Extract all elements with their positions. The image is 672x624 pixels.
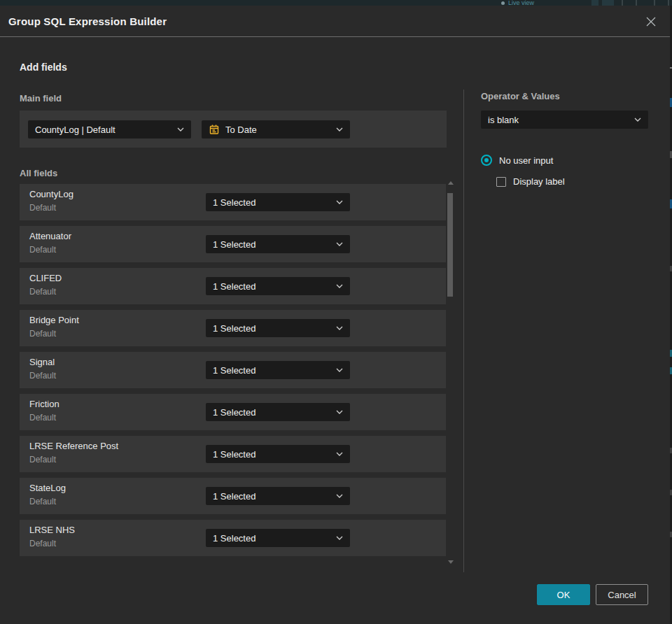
- field-name: Attenuator: [29, 231, 71, 241]
- field-selection-value: 1 Selected: [213, 449, 336, 460]
- field-selection-dropdown[interactable]: 1 Selected: [206, 361, 350, 379]
- chevron-down-icon: [177, 127, 184, 132]
- field-selection-value: 1 Selected: [213, 365, 336, 376]
- field-type-dropdown-value: To Date: [225, 125, 330, 135]
- fields-scrollbar[interactable]: [447, 178, 454, 567]
- radio-icon: [481, 155, 492, 166]
- field-sublabel: Default: [29, 539, 56, 548]
- main-field-dropdown-value: CountyLog | Default: [35, 125, 177, 135]
- field-name: LRSE NHS: [29, 525, 75, 535]
- close-icon[interactable]: [643, 13, 659, 30]
- all-fields-list: CountyLog Default 1 Selected Attenuator …: [20, 184, 446, 562]
- no-user-input-radio[interactable]: No user input: [481, 155, 553, 166]
- main-field-panel: CountyLog | Default To Date: [20, 111, 447, 148]
- ok-button[interactable]: OK: [537, 584, 590, 605]
- operator-dropdown-value: is blank: [488, 115, 634, 125]
- field-name: Friction: [29, 399, 59, 409]
- field-row: CountyLog Default 1 Selected: [20, 184, 446, 220]
- screen: Live view Group SQL Expression Builder: [0, 0, 672, 624]
- panel-divider: [463, 90, 464, 572]
- chevron-down-icon: [336, 326, 343, 330]
- live-view-indicator: Live view: [501, 0, 534, 6]
- field-selection-dropdown[interactable]: 1 Selected: [206, 277, 350, 295]
- field-row: Signal Default 1 Selected: [20, 352, 446, 388]
- operator-dropdown[interactable]: is blank: [481, 111, 648, 129]
- field-row: CLIFED Default 1 Selected: [20, 268, 446, 304]
- field-row: StateLog Default 1 Selected: [20, 478, 446, 514]
- field-selection-dropdown[interactable]: 1 Selected: [206, 529, 350, 547]
- field-selection-dropdown[interactable]: 1 Selected: [206, 235, 350, 253]
- field-selection-dropdown[interactable]: 1 Selected: [206, 445, 350, 463]
- field-type-dropdown[interactable]: To Date: [202, 120, 350, 139]
- field-name: Signal: [29, 357, 55, 367]
- field-selection-dropdown[interactable]: 1 Selected: [206, 487, 350, 505]
- field-sublabel: Default: [29, 497, 56, 506]
- field-name: CountyLog: [29, 189, 74, 199]
- field-name: StateLog: [29, 483, 66, 493]
- group-sql-expression-builder-dialog: Group SQL Expression Builder Add fields …: [0, 6, 670, 624]
- display-label-text: Display label: [513, 176, 565, 187]
- field-selection-value: 1 Selected: [213, 239, 336, 250]
- cancel-button[interactable]: Cancel: [596, 584, 648, 605]
- field-name: LRSE Reference Post: [29, 441, 118, 451]
- calendar-icon: [209, 124, 220, 135]
- all-fields-label: All fields: [20, 168, 57, 178]
- field-selection-dropdown[interactable]: 1 Selected: [206, 319, 350, 337]
- main-field-dropdown[interactable]: CountyLog | Default: [28, 120, 191, 139]
- background-toolbar: Live view: [0, 0, 672, 6]
- scrollbar-thumb[interactable]: [447, 193, 453, 297]
- field-row: LRSE Reference Post Default 1 Selected: [20, 436, 446, 472]
- dialog-header: Group SQL Expression Builder: [0, 6, 670, 37]
- field-row: LRSE NHS Default 1 Selected: [20, 520, 446, 556]
- background-toolbar-fragment: [654, 0, 655, 6]
- field-selection-value: 1 Selected: [213, 491, 336, 502]
- field-sublabel: Default: [29, 455, 56, 465]
- operator-values-label: Operator & Values: [481, 91, 560, 101]
- scroll-up-icon[interactable]: [448, 181, 454, 185]
- chevron-down-icon: [634, 118, 641, 122]
- checkbox-icon: [496, 177, 506, 187]
- live-view-label: Live view: [508, 0, 534, 6]
- background-toolbar-fragment: [592, 0, 598, 6]
- add-fields-heading: Add fields: [20, 62, 67, 73]
- chevron-down-icon: [336, 242, 343, 246]
- field-sublabel: Default: [29, 287, 56, 297]
- chevron-down-icon: [336, 536, 343, 540]
- scroll-down-icon[interactable]: [448, 560, 454, 564]
- field-row: Bridge Point Default 1 Selected: [20, 310, 446, 346]
- chevron-down-icon: [336, 200, 343, 204]
- live-view-dot-icon: [501, 1, 505, 5]
- field-selection-dropdown[interactable]: 1 Selected: [206, 193, 350, 211]
- chevron-down-icon: [336, 368, 343, 372]
- field-selection-value: 1 Selected: [213, 407, 336, 418]
- field-sublabel: Default: [29, 371, 56, 381]
- background-toolbar-fragment: [636, 0, 637, 6]
- field-row: Friction Default 1 Selected: [20, 394, 446, 430]
- no-user-input-label: No user input: [499, 155, 553, 166]
- field-sublabel: Default: [29, 329, 56, 339]
- chevron-down-icon: [336, 284, 343, 288]
- display-label-checkbox[interactable]: Display label: [496, 176, 565, 187]
- chevron-down-icon: [336, 452, 343, 456]
- field-row: Attenuator Default 1 Selected: [20, 226, 446, 262]
- field-sublabel: Default: [29, 203, 56, 213]
- field-selection-dropdown[interactable]: 1 Selected: [206, 403, 350, 421]
- field-selection-value: 1 Selected: [213, 197, 336, 208]
- field-name: CLIFED: [29, 273, 62, 283]
- background-toolbar-fragment: [622, 0, 623, 6]
- field-sublabel: Default: [29, 245, 56, 255]
- field-sublabel: Default: [29, 413, 56, 423]
- background-toolbar-fragment: [602, 0, 614, 6]
- background-toolbar-fragment: [668, 0, 669, 6]
- main-field-label: Main field: [20, 93, 62, 104]
- field-selection-value: 1 Selected: [213, 323, 336, 334]
- field-selection-value: 1 Selected: [213, 533, 336, 544]
- field-name: Bridge Point: [29, 315, 79, 325]
- chevron-down-icon: [336, 410, 343, 414]
- field-selection-value: 1 Selected: [213, 281, 336, 292]
- dialog-title: Group SQL Expression Builder: [8, 6, 167, 37]
- chevron-down-icon: [336, 127, 343, 132]
- chevron-down-icon: [336, 494, 343, 498]
